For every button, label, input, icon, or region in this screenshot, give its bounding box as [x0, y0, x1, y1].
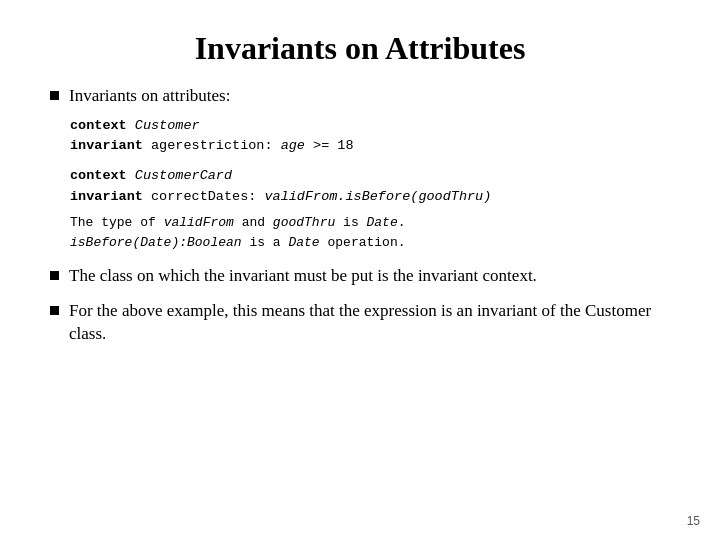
bullet-1-icon [50, 91, 59, 100]
prose-l2-c: Date [288, 235, 319, 250]
prose-l1-d: goodThru [273, 215, 335, 230]
code-block-1: context Customer invariant agerestrictio… [70, 116, 670, 157]
prose-l1-c: and [234, 215, 273, 230]
bullet-2-text: The class on which the invariant must be… [69, 265, 537, 288]
prose-line1: The type of validFrom and goodThru is Da… [70, 213, 670, 233]
bullet-3-icon [50, 306, 59, 315]
bullet-2-row: The class on which the invariant must be… [50, 265, 670, 288]
code2-kw1: context [70, 168, 127, 183]
code1-italic1: Customer [127, 118, 200, 133]
prose-l2-d: operation. [320, 235, 406, 250]
code1-line2: invariant agerestriction: age >= 18 [70, 136, 670, 156]
code2-line1: context CustomerCard [70, 166, 670, 186]
code2-italic1: CustomerCard [127, 168, 232, 183]
prose-l1-b: validFrom [164, 215, 234, 230]
code1-rest2: agerestriction: [143, 138, 281, 153]
bullet-3-text: For the above example, this means that t… [69, 300, 670, 346]
code-block-2: context CustomerCard invariant correctDa… [70, 166, 670, 207]
code1-end2: >= 18 [305, 138, 354, 153]
slide-title: Invariants on Attributes [50, 30, 670, 67]
bullet-1-heading: Invariants on attributes: [69, 85, 230, 108]
code1-kw2: invariant [70, 138, 143, 153]
page-number: 15 [687, 514, 700, 528]
prose-block: The type of validFrom and goodThru is Da… [70, 213, 670, 253]
code1-italic2: age [281, 138, 305, 153]
bullet-3-row: For the above example, this means that t… [50, 300, 670, 346]
code2-italic2: validFrom.isBefore(goodThru) [264, 189, 491, 204]
code1-kw1: context [70, 118, 127, 133]
bullet-1-row: Invariants on attributes: [50, 85, 670, 108]
prose-l2-a: isBefore(Date):Boolean [70, 235, 242, 250]
code2-rest2: correctDates: [143, 189, 265, 204]
code1-line1: context Customer [70, 116, 670, 136]
prose-l1-f: Date [367, 215, 398, 230]
prose-l2-b: is a [242, 235, 289, 250]
code2-line2: invariant correctDates: validFrom.isBefo… [70, 187, 670, 207]
bullet-2-icon [50, 271, 59, 280]
slide: Invariants on Attributes Invariants on a… [0, 0, 720, 540]
code2-kw2: invariant [70, 189, 143, 204]
prose-l1-a: The type of [70, 215, 164, 230]
prose-l1-e: is [335, 215, 366, 230]
prose-l1-g: . [398, 215, 406, 230]
prose-line2: isBefore(Date):Boolean is a Date operati… [70, 233, 670, 253]
bullet-1-text: Invariants on attributes: [69, 86, 230, 105]
